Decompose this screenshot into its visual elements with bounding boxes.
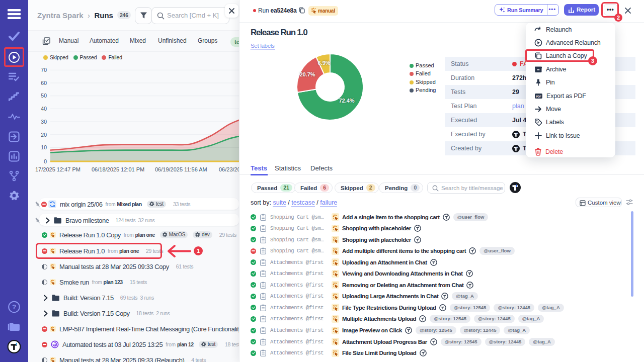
svg-text:06/23/202: 06/23/202 <box>219 166 239 172</box>
svg-text:70: 70 <box>41 67 47 73</box>
svg-text:50: 50 <box>41 93 47 99</box>
svg-text:20: 20 <box>41 132 47 138</box>
svg-text:06/18/2025 12:01 PM: 06/18/2025 12:01 PM <box>92 166 144 172</box>
svg-text:6.9%: 6.9% <box>317 60 330 66</box>
svg-text:?: ? <box>12 303 16 311</box>
svg-text:20.7%: 20.7% <box>299 71 315 77</box>
svg-text:PDF: PDF <box>536 95 541 98</box>
svg-text:0: 0 <box>44 158 47 164</box>
svg-text:17/2025 12:47 PM: 17/2025 12:47 PM <box>35 166 80 172</box>
svg-text:06/19/2025 11:56 AM: 06/19/2025 11:56 AM <box>155 166 207 172</box>
svg-text:72.4%: 72.4% <box>339 98 354 104</box>
svg-text:30: 30 <box>41 119 47 125</box>
svg-text:60: 60 <box>41 80 47 86</box>
svg-text:40: 40 <box>41 106 47 112</box>
svg-text:10: 10 <box>41 144 47 150</box>
